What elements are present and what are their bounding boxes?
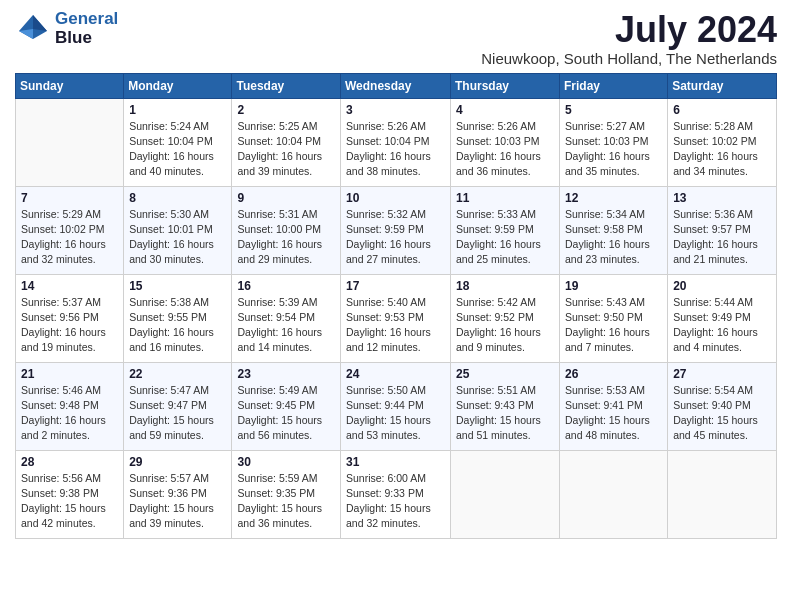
calendar-cell: 21Sunrise: 5:46 AM Sunset: 9:48 PM Dayli… — [16, 362, 124, 450]
calendar-cell: 27Sunrise: 5:54 AM Sunset: 9:40 PM Dayli… — [668, 362, 777, 450]
day-number: 15 — [129, 279, 226, 293]
day-info: Sunrise: 5:24 AM Sunset: 10:04 PM Daylig… — [129, 119, 226, 180]
calendar-cell: 2Sunrise: 5:25 AM Sunset: 10:04 PM Dayli… — [232, 98, 341, 186]
day-info: Sunrise: 5:49 AM Sunset: 9:45 PM Dayligh… — [237, 383, 335, 444]
day-number: 17 — [346, 279, 445, 293]
day-info: Sunrise: 5:57 AM Sunset: 9:36 PM Dayligh… — [129, 471, 226, 532]
day-info: Sunrise: 5:28 AM Sunset: 10:02 PM Daylig… — [673, 119, 771, 180]
day-info: Sunrise: 5:54 AM Sunset: 9:40 PM Dayligh… — [673, 383, 771, 444]
calendar-week-row: 14Sunrise: 5:37 AM Sunset: 9:56 PM Dayli… — [16, 274, 777, 362]
day-info: Sunrise: 5:32 AM Sunset: 9:59 PM Dayligh… — [346, 207, 445, 268]
day-number: 3 — [346, 103, 445, 117]
day-number: 6 — [673, 103, 771, 117]
day-info: Sunrise: 5:56 AM Sunset: 9:38 PM Dayligh… — [21, 471, 118, 532]
day-number: 9 — [237, 191, 335, 205]
day-info: Sunrise: 5:26 AM Sunset: 10:04 PM Daylig… — [346, 119, 445, 180]
day-info: Sunrise: 5:27 AM Sunset: 10:03 PM Daylig… — [565, 119, 662, 180]
calendar-cell: 28Sunrise: 5:56 AM Sunset: 9:38 PM Dayli… — [16, 450, 124, 538]
day-info: Sunrise: 5:37 AM Sunset: 9:56 PM Dayligh… — [21, 295, 118, 356]
day-info: Sunrise: 5:51 AM Sunset: 9:43 PM Dayligh… — [456, 383, 554, 444]
calendar-header-wednesday: Wednesday — [341, 73, 451, 98]
calendar-cell: 15Sunrise: 5:38 AM Sunset: 9:55 PM Dayli… — [124, 274, 232, 362]
calendar-cell: 9Sunrise: 5:31 AM Sunset: 10:00 PM Dayli… — [232, 186, 341, 274]
day-info: Sunrise: 5:42 AM Sunset: 9:52 PM Dayligh… — [456, 295, 554, 356]
calendar-cell: 22Sunrise: 5:47 AM Sunset: 9:47 PM Dayli… — [124, 362, 232, 450]
svg-marker-2 — [33, 15, 47, 31]
calendar-cell: 10Sunrise: 5:32 AM Sunset: 9:59 PM Dayli… — [341, 186, 451, 274]
day-info: Sunrise: 5:31 AM Sunset: 10:00 PM Daylig… — [237, 207, 335, 268]
calendar-week-row: 7Sunrise: 5:29 AM Sunset: 10:02 PM Dayli… — [16, 186, 777, 274]
logo-text: General Blue — [55, 10, 118, 47]
calendar-header-monday: Monday — [124, 73, 232, 98]
day-number: 24 — [346, 367, 445, 381]
calendar-cell: 14Sunrise: 5:37 AM Sunset: 9:56 PM Dayli… — [16, 274, 124, 362]
day-number: 22 — [129, 367, 226, 381]
day-number: 29 — [129, 455, 226, 469]
month-title: July 2024 — [481, 10, 777, 50]
day-number: 27 — [673, 367, 771, 381]
day-info: Sunrise: 5:34 AM Sunset: 9:58 PM Dayligh… — [565, 207, 662, 268]
day-number: 12 — [565, 191, 662, 205]
calendar-cell: 1Sunrise: 5:24 AM Sunset: 10:04 PM Dayli… — [124, 98, 232, 186]
calendar-cell: 20Sunrise: 5:44 AM Sunset: 9:49 PM Dayli… — [668, 274, 777, 362]
calendar-header-sunday: Sunday — [16, 73, 124, 98]
calendar-cell: 30Sunrise: 5:59 AM Sunset: 9:35 PM Dayli… — [232, 450, 341, 538]
calendar-cell: 4Sunrise: 5:26 AM Sunset: 10:03 PM Dayli… — [451, 98, 560, 186]
day-number: 18 — [456, 279, 554, 293]
day-info: Sunrise: 5:59 AM Sunset: 9:35 PM Dayligh… — [237, 471, 335, 532]
calendar-table: SundayMondayTuesdayWednesdayThursdayFrid… — [15, 73, 777, 539]
calendar-cell: 29Sunrise: 5:57 AM Sunset: 9:36 PM Dayli… — [124, 450, 232, 538]
calendar-cell: 19Sunrise: 5:43 AM Sunset: 9:50 PM Dayli… — [560, 274, 668, 362]
day-number: 1 — [129, 103, 226, 117]
day-number: 10 — [346, 191, 445, 205]
calendar-cell: 8Sunrise: 5:30 AM Sunset: 10:01 PM Dayli… — [124, 186, 232, 274]
day-number: 8 — [129, 191, 226, 205]
day-number: 20 — [673, 279, 771, 293]
calendar-cell — [451, 450, 560, 538]
day-info: Sunrise: 5:47 AM Sunset: 9:47 PM Dayligh… — [129, 383, 226, 444]
day-info: Sunrise: 5:53 AM Sunset: 9:41 PM Dayligh… — [565, 383, 662, 444]
calendar-header-friday: Friday — [560, 73, 668, 98]
calendar-week-row: 21Sunrise: 5:46 AM Sunset: 9:48 PM Dayli… — [16, 362, 777, 450]
day-number: 23 — [237, 367, 335, 381]
calendar-header-saturday: Saturday — [668, 73, 777, 98]
calendar-week-row: 1Sunrise: 5:24 AM Sunset: 10:04 PM Dayli… — [16, 98, 777, 186]
calendar-header-thursday: Thursday — [451, 73, 560, 98]
logo: General Blue — [15, 10, 118, 47]
day-number: 4 — [456, 103, 554, 117]
calendar-cell: 31Sunrise: 6:00 AM Sunset: 9:33 PM Dayli… — [341, 450, 451, 538]
day-info: Sunrise: 5:26 AM Sunset: 10:03 PM Daylig… — [456, 119, 554, 180]
calendar-cell: 26Sunrise: 5:53 AM Sunset: 9:41 PM Dayli… — [560, 362, 668, 450]
day-info: Sunrise: 5:43 AM Sunset: 9:50 PM Dayligh… — [565, 295, 662, 356]
day-number: 30 — [237, 455, 335, 469]
calendar-week-row: 28Sunrise: 5:56 AM Sunset: 9:38 PM Dayli… — [16, 450, 777, 538]
calendar-cell — [16, 98, 124, 186]
day-info: Sunrise: 5:30 AM Sunset: 10:01 PM Daylig… — [129, 207, 226, 268]
day-info: Sunrise: 5:46 AM Sunset: 9:48 PM Dayligh… — [21, 383, 118, 444]
day-info: Sunrise: 6:00 AM Sunset: 9:33 PM Dayligh… — [346, 471, 445, 532]
day-number: 13 — [673, 191, 771, 205]
calendar-cell: 11Sunrise: 5:33 AM Sunset: 9:59 PM Dayli… — [451, 186, 560, 274]
header: General Blue July 2024 Nieuwkoop, South … — [15, 10, 777, 67]
calendar-header-tuesday: Tuesday — [232, 73, 341, 98]
calendar-cell: 24Sunrise: 5:50 AM Sunset: 9:44 PM Dayli… — [341, 362, 451, 450]
day-number: 31 — [346, 455, 445, 469]
calendar-cell: 12Sunrise: 5:34 AM Sunset: 9:58 PM Dayli… — [560, 186, 668, 274]
calendar-cell: 25Sunrise: 5:51 AM Sunset: 9:43 PM Dayli… — [451, 362, 560, 450]
day-number: 2 — [237, 103, 335, 117]
calendar-cell: 7Sunrise: 5:29 AM Sunset: 10:02 PM Dayli… — [16, 186, 124, 274]
day-number: 5 — [565, 103, 662, 117]
calendar-cell — [560, 450, 668, 538]
calendar-cell: 3Sunrise: 5:26 AM Sunset: 10:04 PM Dayli… — [341, 98, 451, 186]
calendar-cell: 23Sunrise: 5:49 AM Sunset: 9:45 PM Dayli… — [232, 362, 341, 450]
calendar-cell: 18Sunrise: 5:42 AM Sunset: 9:52 PM Dayli… — [451, 274, 560, 362]
day-number: 7 — [21, 191, 118, 205]
day-info: Sunrise: 5:44 AM Sunset: 9:49 PM Dayligh… — [673, 295, 771, 356]
logo-icon — [15, 11, 51, 47]
calendar-cell: 5Sunrise: 5:27 AM Sunset: 10:03 PM Dayli… — [560, 98, 668, 186]
calendar-cell: 13Sunrise: 5:36 AM Sunset: 9:57 PM Dayli… — [668, 186, 777, 274]
title-section: July 2024 Nieuwkoop, South Holland, The … — [481, 10, 777, 67]
day-number: 14 — [21, 279, 118, 293]
calendar-cell: 6Sunrise: 5:28 AM Sunset: 10:02 PM Dayli… — [668, 98, 777, 186]
day-info: Sunrise: 5:40 AM Sunset: 9:53 PM Dayligh… — [346, 295, 445, 356]
